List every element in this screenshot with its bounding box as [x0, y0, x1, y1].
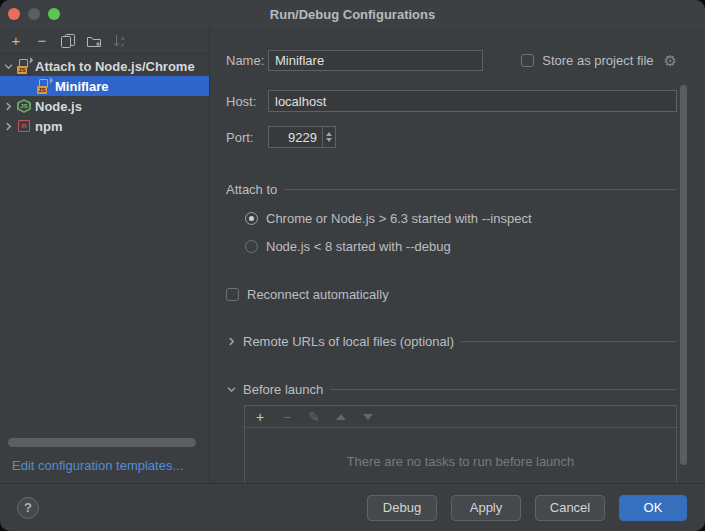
move-task-down-icon: [361, 410, 375, 424]
sort-alphabetically-icon: a z: [112, 33, 128, 49]
reconnect-automatically-row[interactable]: Reconnect automatically: [226, 286, 677, 302]
add-configuration-icon[interactable]: +: [8, 33, 24, 49]
tree-item-nodejs[interactable]: JS Node.js: [0, 96, 209, 116]
tree-item-npm[interactable]: n npm: [0, 116, 209, 136]
store-as-project-file-label: Store as project file: [542, 53, 653, 68]
before-launch-section-header[interactable]: Before launch: [226, 381, 677, 397]
chevron-right-icon[interactable]: [0, 102, 16, 111]
host-label: Host:: [226, 94, 268, 109]
window-title: Run/Debug Configurations: [0, 7, 705, 22]
remote-urls-section-header[interactable]: Remote URLs of local files (optional): [226, 333, 677, 349]
attach-to-section-header: Attach to: [226, 179, 677, 199]
tree-item-label: npm: [35, 119, 62, 134]
configurations-sidebar: + − a: [0, 28, 210, 483]
chevron-down-icon[interactable]: [0, 62, 16, 71]
svg-text:z: z: [121, 42, 124, 48]
attach-option-debug[interactable]: Node.js < 8 started with --debug: [245, 238, 677, 254]
radio-selected[interactable]: [245, 212, 258, 225]
dialog-footer: ? Debug Apply Cancel OK: [0, 483, 705, 531]
separator-line: [461, 341, 677, 342]
port-stepper[interactable]: [322, 127, 335, 147]
port-row: Port:: [226, 126, 677, 148]
host-row: Host:: [226, 90, 677, 112]
attach-node-chrome-icon: JS: [16, 58, 32, 74]
store-as-project-file-checkbox[interactable]: [521, 54, 534, 67]
before-launch-empty-text: There are no tasks to run before launch: [245, 428, 676, 469]
reconnect-automatically-checkbox[interactable]: [226, 288, 239, 301]
help-button[interactable]: ?: [17, 497, 39, 519]
name-input[interactable]: [268, 50, 483, 71]
new-folder-icon[interactable]: [86, 33, 102, 49]
tree-item-attach-to-node-chrome[interactable]: JS Attach to Node.js/Chrome: [0, 56, 209, 76]
chevron-right-icon[interactable]: [0, 122, 16, 131]
stepper-down-icon[interactable]: [326, 138, 332, 142]
host-input[interactable]: [268, 90, 677, 112]
minimize-window-button-disabled: [28, 8, 40, 20]
chevron-down-icon[interactable]: [226, 385, 236, 394]
remove-configuration-icon[interactable]: −: [34, 33, 50, 49]
separator-line: [330, 389, 677, 390]
tree-item-label: Miniflare: [55, 79, 108, 94]
tree-item-label: Attach to Node.js/Chrome: [35, 59, 195, 74]
before-launch-title: Before launch: [243, 382, 323, 397]
dialog-body: + − a: [0, 28, 705, 483]
before-launch-tasks-panel: + − ✎ There are no tasks to run before l…: [244, 405, 677, 483]
port-label: Port:: [226, 130, 268, 145]
apply-button[interactable]: Apply: [451, 495, 521, 521]
close-window-button[interactable]: [8, 8, 20, 20]
tree-item-miniflare-selected[interactable]: JS Miniflare: [0, 76, 209, 96]
svg-text:a: a: [121, 35, 125, 41]
ok-button[interactable]: OK: [619, 495, 687, 521]
configuration-form: Name: Store as project file ⚙ Host: Port…: [210, 28, 705, 483]
attach-to-title: Attach to: [226, 182, 277, 197]
edit-task-icon: ✎: [307, 410, 321, 424]
name-row: Name: Store as project file ⚙: [226, 50, 677, 71]
sidebar-toolbar: + − a: [0, 28, 209, 54]
radio-label: Node.js < 8 started with --debug: [266, 239, 451, 254]
tree-item-label: Node.js: [35, 99, 82, 114]
gear-icon[interactable]: ⚙: [664, 53, 677, 68]
port-input[interactable]: [269, 127, 322, 147]
add-task-icon[interactable]: +: [253, 410, 267, 424]
attach-node-chrome-icon: JS: [36, 78, 52, 94]
before-launch-toolbar: + − ✎: [245, 406, 676, 428]
npm-icon: n: [16, 118, 32, 134]
radio-unselected[interactable]: [245, 240, 258, 253]
sidebar-horizontal-scrollbar[interactable]: [8, 438, 196, 447]
titlebar: Run/Debug Configurations: [0, 0, 705, 28]
stepper-up-icon[interactable]: [326, 132, 332, 136]
form-vertical-scrollbar[interactable]: [680, 85, 687, 465]
traffic-lights: [0, 8, 60, 20]
reconnect-automatically-label: Reconnect automatically: [247, 287, 389, 302]
run-debug-configurations-dialog: Run/Debug Configurations + −: [0, 0, 705, 531]
cancel-button[interactable]: Cancel: [535, 495, 605, 521]
nodejs-icon: JS: [16, 98, 32, 114]
radio-label: Chrome or Node.js > 6.3 started with --i…: [266, 211, 532, 226]
configurations-tree: JS Attach to Node.js/Chrome JS Miniflare: [0, 56, 209, 136]
remote-urls-title: Remote URLs of local files (optional): [243, 334, 454, 349]
remove-task-icon: −: [280, 410, 294, 424]
copy-configuration-icon[interactable]: [60, 33, 76, 49]
move-task-up-icon: [334, 410, 348, 424]
attach-option-inspect[interactable]: Chrome or Node.js > 6.3 started with --i…: [245, 210, 677, 226]
chevron-right-icon[interactable]: [226, 337, 236, 346]
zoom-window-button[interactable]: [48, 8, 60, 20]
store-as-project-file-group: Store as project file ⚙: [521, 53, 677, 68]
separator-line: [284, 189, 677, 190]
edit-configuration-templates-link[interactable]: Edit configuration templates...: [12, 458, 183, 473]
name-label: Name:: [226, 53, 268, 68]
debug-button[interactable]: Debug: [367, 495, 437, 521]
port-spinner: [268, 126, 336, 148]
